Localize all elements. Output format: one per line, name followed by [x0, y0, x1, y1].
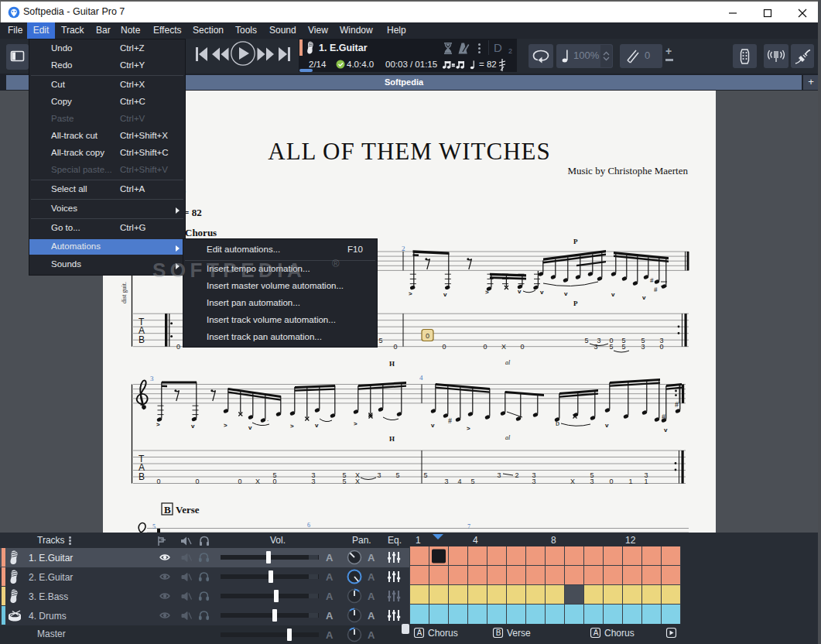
svg-text:Chorus: Chorus — [185, 227, 217, 238]
svg-text:#: # — [448, 416, 452, 425]
svg-text:B: B — [164, 504, 171, 516]
svg-text:5: 5 — [378, 337, 382, 344]
svg-text:3: 3 — [311, 478, 315, 485]
svg-text:X: X — [355, 478, 360, 485]
svg-text:dist guit.: dist guit. — [121, 282, 128, 303]
svg-text:ALL OF THEM WITCHES: ALL OF THEM WITCHES — [268, 138, 550, 165]
svg-text:>: > — [290, 423, 294, 430]
svg-text:v: v — [642, 294, 646, 301]
svg-text:P: P — [573, 238, 578, 245]
svg-text:Music by Christophe Maerten: Music by Christophe Maerten — [567, 165, 688, 176]
svg-text:v: v — [315, 422, 319, 429]
svg-text:v: v — [605, 422, 609, 429]
svg-text:>: > — [485, 289, 489, 296]
svg-text:v: v — [611, 291, 615, 298]
svg-text:A: A — [326, 571, 334, 583]
svg-text:5: 5 — [152, 523, 156, 530]
svg-text:al: al — [505, 434, 511, 441]
svg-text:3: 3 — [594, 343, 597, 351]
svg-text:H: H — [389, 435, 395, 443]
svg-text:.: . — [267, 416, 269, 423]
svg-text:A: A — [368, 629, 375, 641]
svg-text:0: 0 — [483, 343, 487, 351]
svg-text:2: 2 — [402, 245, 405, 252]
svg-text:5: 5 — [470, 478, 474, 485]
svg-text:5: 5 — [395, 471, 399, 479]
svg-text:5: 5 — [584, 337, 588, 344]
svg-text:= 82: = 82 — [183, 207, 202, 218]
svg-text:X: X — [570, 478, 575, 485]
svg-text:A: A — [368, 591, 375, 602]
svg-text:0: 0 — [156, 478, 160, 485]
svg-text:0: 0 — [176, 343, 180, 351]
svg-text:>: > — [409, 290, 412, 297]
svg-text:3: 3 — [444, 478, 448, 485]
svg-text:3: 3 — [532, 478, 535, 485]
svg-text:0: 0 — [520, 343, 524, 351]
svg-text:v: v — [564, 290, 568, 297]
svg-text:0: 0 — [393, 343, 397, 351]
svg-text:3: 3 — [590, 478, 594, 485]
svg-text:A: A — [368, 571, 375, 583]
svg-text:al: al — [505, 359, 511, 366]
svg-text:4: 4 — [457, 478, 461, 485]
svg-text:v: v — [540, 289, 544, 296]
svg-text:0: 0 — [609, 478, 613, 485]
svg-text:>: > — [354, 420, 357, 427]
svg-text:1: 1 — [628, 478, 632, 485]
svg-text:v: v — [443, 291, 447, 298]
svg-text:#: # — [654, 286, 658, 293]
svg-text:>: > — [156, 421, 160, 428]
svg-text:A: A — [326, 610, 334, 622]
svg-text:Verse: Verse — [507, 628, 531, 639]
svg-text:A: A — [368, 610, 375, 622]
svg-text:>: > — [467, 425, 470, 432]
svg-text:5: 5 — [621, 343, 625, 351]
svg-text:0: 0 — [238, 478, 241, 485]
svg-text:#: # — [650, 276, 654, 284]
svg-text:3: 3 — [641, 343, 645, 351]
svg-text:0: 0 — [195, 478, 199, 485]
svg-text:0: 0 — [442, 343, 446, 351]
svg-text:5: 5 — [342, 478, 346, 485]
svg-text:X: X — [501, 343, 506, 351]
svg-text:3: 3 — [150, 375, 154, 382]
svg-text:3: 3 — [497, 471, 501, 479]
svg-text:B: B — [496, 629, 501, 637]
svg-text:X: X — [255, 478, 260, 485]
svg-text:P: P — [573, 300, 578, 307]
svg-text:v: v — [518, 288, 522, 295]
svg-text:v: v — [191, 423, 195, 430]
svg-text:b: b — [556, 419, 559, 427]
svg-text:0: 0 — [426, 332, 429, 340]
svg-text:0: 0 — [659, 343, 663, 351]
svg-text:4: 4 — [419, 374, 423, 382]
svg-text:7: 7 — [467, 523, 470, 530]
svg-text:H: H — [389, 360, 395, 368]
svg-text:0: 0 — [272, 478, 276, 485]
svg-text:A: A — [326, 591, 334, 602]
svg-text:3: 3 — [377, 471, 381, 479]
svg-text:A: A — [417, 629, 422, 637]
svg-text:A: A — [326, 552, 334, 564]
svg-text:Chorus: Chorus — [428, 628, 458, 639]
svg-text:Verse: Verse — [176, 504, 200, 516]
svg-text:Chorus: Chorus — [604, 628, 635, 639]
svg-text:v: v — [431, 422, 435, 429]
svg-text:>: > — [224, 422, 227, 429]
svg-text:v: v — [248, 424, 252, 431]
svg-text:5: 5 — [423, 471, 427, 479]
svg-text:v: v — [664, 426, 668, 433]
svg-text:A: A — [326, 629, 334, 641]
svg-text:#: # — [675, 400, 679, 409]
svg-text:A: A — [368, 552, 375, 564]
svg-text:A: A — [594, 629, 599, 637]
svg-text:B: B — [139, 471, 145, 482]
svg-text:5: 5 — [609, 343, 613, 351]
svg-text:B: B — [139, 334, 145, 345]
svg-text:2: 2 — [515, 471, 518, 479]
svg-text:#: # — [662, 413, 665, 421]
svg-text:1: 1 — [644, 478, 648, 485]
svg-text:6: 6 — [307, 522, 310, 529]
